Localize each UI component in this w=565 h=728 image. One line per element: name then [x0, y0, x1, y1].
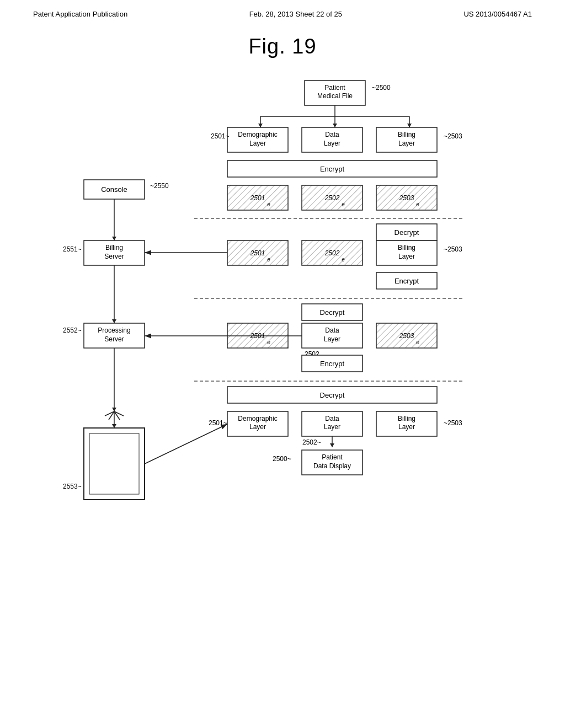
svg-text:Encrypt: Encrypt — [320, 165, 344, 173]
svg-text:2503: 2503 — [399, 332, 414, 340]
svg-text:e: e — [416, 339, 419, 345]
svg-rect-23 — [227, 160, 437, 177]
svg-rect-0 — [305, 81, 365, 105]
svg-text:Layer: Layer — [249, 423, 266, 431]
svg-text:Data: Data — [325, 415, 339, 422]
svg-text:Decrypt: Decrypt — [320, 308, 345, 317]
svg-text:Layer: Layer — [398, 423, 415, 431]
svg-text:Billing: Billing — [105, 244, 123, 251]
diagram: Patient Medical File ~2500 Demographic L… — [34, 69, 531, 676]
svg-text:Patient: Patient — [322, 453, 343, 461]
svg-text:Demographic: Demographic — [238, 131, 277, 138]
svg-text:~2500: ~2500 — [372, 84, 391, 92]
svg-rect-57 — [84, 323, 145, 348]
svg-text:~2550: ~2550 — [150, 182, 169, 190]
svg-text:2503: 2503 — [399, 194, 414, 202]
svg-text:2552~: 2552~ — [63, 326, 82, 334]
header-middle: Feb. 28, 2013 Sheet 22 of 25 — [249, 10, 342, 18]
svg-text:~2503: ~2503 — [444, 132, 462, 140]
svg-text:e: e — [267, 201, 270, 207]
svg-text:2501: 2501 — [250, 194, 265, 202]
svg-text:e: e — [342, 256, 345, 263]
svg-rect-103 — [376, 411, 437, 436]
svg-rect-72 — [302, 355, 363, 372]
svg-line-90 — [114, 411, 124, 416]
svg-text:Data Display: Data Display — [313, 462, 351, 470]
svg-rect-62 — [227, 323, 288, 348]
svg-rect-19 — [376, 127, 437, 152]
svg-marker-92 — [112, 424, 116, 428]
svg-text:Data: Data — [325, 131, 339, 138]
svg-text:Billing: Billing — [398, 131, 415, 138]
svg-rect-65 — [302, 323, 363, 348]
svg-text:Billing: Billing — [398, 415, 415, 422]
svg-text:Billing: Billing — [398, 244, 415, 251]
svg-text:2502~: 2502~ — [302, 438, 321, 446]
svg-text:Encrypt: Encrypt — [320, 360, 344, 368]
svg-text:Layer: Layer — [324, 423, 340, 431]
svg-marker-85 — [112, 408, 116, 411]
figure-title: Fig. 19 — [0, 35, 565, 58]
svg-text:Demographic: Demographic — [238, 415, 277, 422]
svg-line-86 — [109, 411, 114, 420]
svg-rect-16 — [302, 127, 363, 152]
svg-rect-52 — [376, 272, 437, 289]
svg-rect-96 — [227, 411, 288, 436]
svg-rect-100 — [302, 411, 363, 436]
svg-rect-25 — [227, 185, 288, 210]
svg-text:2502: 2502 — [305, 350, 319, 358]
svg-marker-10 — [333, 124, 337, 127]
svg-text:e: e — [267, 339, 270, 345]
svg-text:2500~: 2500~ — [273, 455, 291, 463]
svg-marker-83 — [112, 319, 116, 323]
svg-marker-11 — [407, 124, 412, 127]
svg-rect-37 — [84, 240, 145, 265]
svg-rect-77 — [84, 180, 145, 199]
svg-rect-35 — [376, 224, 437, 240]
svg-rect-75 — [227, 387, 437, 403]
svg-text:2551~: 2551~ — [63, 245, 82, 253]
svg-rect-55 — [302, 304, 363, 320]
svg-rect-31 — [376, 185, 437, 210]
svg-text:Layer: Layer — [249, 140, 266, 147]
svg-text:2553~: 2553~ — [63, 483, 82, 490]
svg-line-114 — [145, 424, 227, 464]
svg-rect-48 — [376, 240, 437, 265]
svg-text:~2503: ~2503 — [444, 419, 462, 427]
svg-text:Server: Server — [104, 335, 124, 343]
svg-rect-45 — [302, 240, 363, 265]
svg-text:Patient: Patient — [324, 84, 345, 92]
svg-text:~2503: ~2503 — [444, 245, 462, 253]
svg-text:e: e — [267, 256, 270, 263]
svg-text:Medical File: Medical File — [317, 92, 353, 100]
svg-text:e: e — [342, 201, 345, 207]
svg-marker-81 — [112, 237, 116, 240]
svg-text:e: e — [416, 201, 419, 207]
svg-rect-110 — [302, 450, 363, 475]
svg-marker-9 — [258, 124, 263, 127]
svg-text:Layer: Layer — [324, 335, 340, 343]
svg-text:Decrypt: Decrypt — [320, 391, 345, 399]
svg-rect-42 — [227, 240, 288, 265]
svg-text:Data: Data — [325, 326, 339, 334]
header-right: US 2013/0054467 A1 — [463, 10, 532, 18]
svg-text:Decrypt: Decrypt — [395, 228, 419, 237]
svg-text:Layer: Layer — [324, 140, 340, 147]
svg-text:Server: Server — [104, 253, 124, 260]
svg-text:2501: 2501 — [250, 249, 265, 257]
svg-text:Layer: Layer — [398, 253, 415, 260]
svg-text:2502: 2502 — [324, 194, 340, 202]
svg-text:Console: Console — [101, 185, 127, 194]
svg-text:2501~: 2501~ — [211, 132, 230, 140]
svg-text:2502: 2502 — [324, 249, 340, 257]
svg-rect-93 — [84, 428, 145, 500]
svg-rect-12 — [227, 127, 288, 152]
svg-line-88 — [114, 411, 120, 420]
svg-text:Layer: Layer — [398, 140, 415, 147]
svg-marker-108 — [330, 443, 334, 447]
svg-rect-28 — [302, 185, 363, 210]
svg-rect-94 — [89, 433, 139, 494]
svg-text:2501: 2501 — [250, 332, 265, 340]
header-left: Patent Application Publication — [33, 10, 127, 18]
svg-text:2501~: 2501~ — [209, 419, 227, 427]
